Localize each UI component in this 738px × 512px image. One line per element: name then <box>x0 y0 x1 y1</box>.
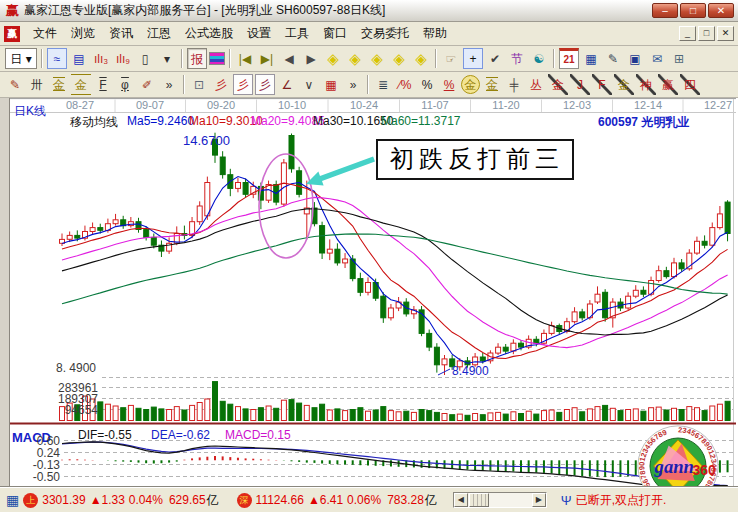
menu-news[interactable]: 资讯 <box>102 22 140 45</box>
gold2-angle-icon[interactable]: 金 <box>614 74 634 95</box>
toolbar-separator <box>435 49 437 68</box>
scrollbar-thumb[interactable] <box>469 493 489 507</box>
sz-index-value: 11124.66 <box>256 493 304 507</box>
annotation-textbox[interactable]: 初跌反打前三 <box>376 139 574 180</box>
close-button[interactable]: ✕ <box>708 3 734 18</box>
grid-lines-icon[interactable]: 卅 <box>27 74 47 95</box>
save-icon[interactable]: ▣ <box>625 48 645 69</box>
percent-h-icon[interactable]: % <box>439 74 459 95</box>
menu-settings[interactable]: 设置 <box>240 22 278 45</box>
menu-file[interactable]: 文件 <box>26 22 64 45</box>
draw-pen-icon[interactable]: ✎ <box>5 74 25 95</box>
sz-index-change: ▲6.41 <box>308 493 343 507</box>
shenzhen-index-icon[interactable]: 深 <box>237 493 252 508</box>
f-angle-icon[interactable]: F <box>592 74 612 95</box>
scroll-left-icon[interactable]: ◀ <box>454 493 468 507</box>
zoom-right-icon[interactable]: ◈ <box>345 48 365 69</box>
kline-3-icon[interactable]: ılı₃ <box>91 48 111 69</box>
gann-grid-icon[interactable]: 彡 <box>255 74 275 95</box>
ma60-label: Ma60=11.3717 <box>381 114 461 128</box>
percent-retrace-icon[interactable]: ⁄% <box>395 74 415 95</box>
menu-tools[interactable]: 工具 <box>278 22 316 45</box>
svg-text:10-10: 10-10 <box>278 99 306 111</box>
crosshair-icon[interactable]: + <box>463 48 483 69</box>
sh-amount-unit: 亿 <box>207 492 219 509</box>
title-bar[interactable]: 赢 赢家江恩专业版[赢家内部服务平台] - [光明乳业 SH600597-88日… <box>0 0 738 22</box>
shen-angle-icon[interactable]: 神 <box>636 74 656 95</box>
low-price-label: 8.4900 <box>452 364 489 378</box>
zoom-left-icon[interactable]: ◈ <box>323 48 343 69</box>
notes-icon[interactable]: ✎ <box>603 48 623 69</box>
gann-cycle-icon[interactable]: 节 <box>507 48 527 69</box>
minimize-button[interactable]: – <box>652 3 678 18</box>
matrix-icon[interactable]: ▦ <box>321 74 341 95</box>
color-histogram-icon[interactable] <box>209 52 225 65</box>
golden-channel-icon[interactable]: 金 <box>71 74 91 95</box>
first-screen-icon[interactable]: |◀ <box>235 48 255 69</box>
mdi-minimize-button[interactable]: _ <box>679 26 696 41</box>
si-angle-icon[interactable]: 四 <box>680 74 700 95</box>
ying-angle-icon[interactable]: 赢 <box>658 74 678 95</box>
gann-mode-icon[interactable]: 报 <box>187 48 207 69</box>
kline-9-icon[interactable]: ılı₉ <box>113 48 133 69</box>
menu-formula-picker[interactable]: 公式选股 <box>178 22 240 45</box>
menu-gann[interactable]: 江恩 <box>140 22 178 45</box>
segment-tool-icon[interactable]: ✔ <box>485 48 505 69</box>
connection-status[interactable]: 已断开,双点打开. <box>576 492 667 509</box>
menu-browse[interactable]: 浏览 <box>64 22 102 45</box>
annotate-pen-icon[interactable]: ✐ <box>137 74 157 95</box>
fib-lines-icon[interactable]: F <box>93 74 113 95</box>
menu-help[interactable]: 帮助 <box>416 22 454 45</box>
calculator-icon[interactable]: ▦ <box>581 48 601 69</box>
menu-window[interactable]: 窗口 <box>316 22 354 45</box>
prev-screen-icon[interactable]: ◀ <box>279 48 299 69</box>
sh-index-value: 3301.39 <box>42 493 85 507</box>
trend-stick-icon[interactable]: ╪ <box>504 74 524 95</box>
gold-lines-icon[interactable]: 金 <box>482 74 502 95</box>
spiral-tool-icon[interactable]: ☯ <box>529 48 549 69</box>
toolbar-separator <box>229 49 231 68</box>
golden-section-icon[interactable]: 金 <box>49 74 69 95</box>
gann-fan-icon[interactable]: 彡 <box>211 74 231 95</box>
svg-text:09-07: 09-07 <box>136 99 164 111</box>
period-selector[interactable]: 日 ▾ <box>5 48 37 69</box>
fit-screen-icon[interactable]: ◈ <box>411 48 431 69</box>
market-grid-icon[interactable]: ▦ <box>6 492 19 508</box>
zoom-in-icon[interactable]: ◈ <box>367 48 387 69</box>
toolbar-main: 日 ▾≈▤ılı₃ılı₉▯▾报|◀▶|◀▶◈◈◈◈◈☞+✔节☯21▦✎▣✉⊞ <box>0 46 738 72</box>
drag-hand-icon[interactable]: ☞ <box>441 48 461 69</box>
zoom-out-icon[interactable]: ◈ <box>389 48 409 69</box>
percent-icon[interactable]: % <box>417 74 437 95</box>
sz-index-pct: 0.06% <box>347 493 381 507</box>
gann-box-icon[interactable]: 彡 <box>233 74 253 95</box>
antenna-icon[interactable]: Ψ <box>561 493 572 508</box>
candle-style-icon[interactable]: ▯ <box>135 48 155 69</box>
mail-icon[interactable]: ✉ <box>647 48 667 69</box>
scroll-right-icon[interactable]: ▶ <box>532 493 546 507</box>
spiral-lines-icon[interactable]: φ <box>115 74 135 95</box>
last-screen-icon[interactable]: ▶| <box>257 48 277 69</box>
angle-line-icon[interactable]: ∠ <box>277 74 297 95</box>
candle-style-dropdown-icon[interactable]: ▾ <box>157 48 177 69</box>
double-top-icon[interactable]: 丛 <box>526 74 546 95</box>
maximize-button[interactable]: □ <box>680 3 706 18</box>
ladder-icon[interactable]: ≣ <box>373 74 393 95</box>
wave-tool-icon[interactable]: ∨ <box>299 74 319 95</box>
calendar-icon[interactable]: 21 <box>559 48 579 69</box>
more-draw-icon[interactable]: » <box>343 74 363 95</box>
menu-trade[interactable]: 交易委托 <box>354 22 416 45</box>
j-angle-icon[interactable]: J <box>570 74 590 95</box>
shanghai-index-icon[interactable]: 上 <box>23 493 38 508</box>
next-screen-icon[interactable]: ▶ <box>301 48 321 69</box>
info-panel-icon[interactable]: ▤ <box>69 48 89 69</box>
mdi-restore-button[interactable]: □ <box>698 26 715 41</box>
chart-mode-icon[interactable]: ≈ <box>47 48 67 69</box>
gold-angle-icon[interactable]: 金 <box>548 74 568 95</box>
gold-circle-icon[interactable]: 金 <box>461 75 480 94</box>
box-tool-icon[interactable]: ⊡ <box>189 74 209 95</box>
mdi-close-button[interactable]: ✕ <box>717 26 734 41</box>
horizontal-scrollbar[interactable]: ◀ ▶ <box>453 492 547 508</box>
panel-label[interactable]: 日K线 <box>14 103 46 120</box>
print-icon[interactable]: ⊞ <box>669 48 689 69</box>
more-tools-icon[interactable]: » <box>159 74 179 95</box>
